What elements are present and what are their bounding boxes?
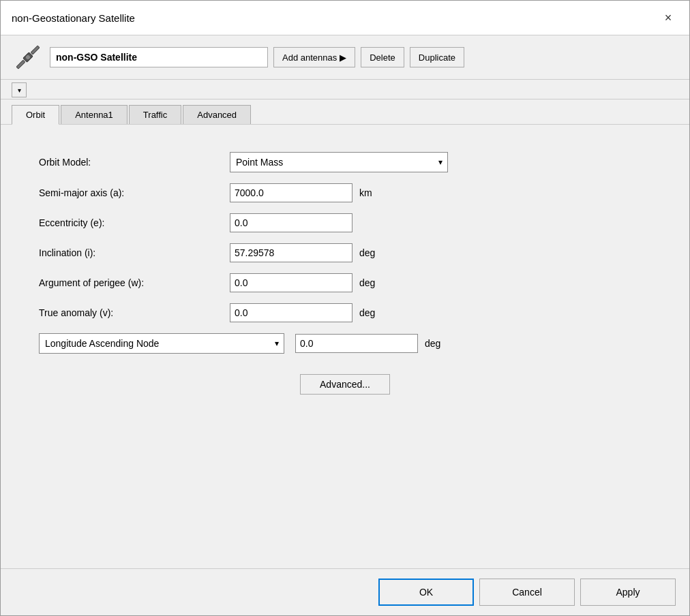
argument-perigee-label: Argument of perigee (w):: [39, 277, 230, 288]
apply-button[interactable]: Apply: [580, 579, 676, 606]
semi-major-axis-input[interactable]: [230, 183, 352, 202]
eccentricity-row: Eccentricity (e):: [39, 213, 651, 232]
longitude-node-unit: deg: [425, 338, 445, 349]
satellite-icon: [12, 41, 44, 74]
tab-orbit[interactable]: Orbit: [12, 105, 59, 125]
toolbar-dropdown-button[interactable]: ▾: [12, 82, 27, 97]
tab-traffic[interactable]: Traffic: [129, 105, 181, 124]
argument-perigee-row: Argument of perigee (w): deg: [39, 273, 651, 292]
inclination-row: Inclination (i): deg: [39, 243, 651, 262]
semi-major-axis-row: Semi-major axis (a): km: [39, 183, 651, 202]
bottom-bar: OK Cancel Apply: [1, 568, 689, 615]
orbit-model-select-wrapper: Point Mass: [230, 152, 448, 172]
title-bar: non-Geostationary Satellite ×: [1, 1, 689, 35]
longitude-node-input[interactable]: [295, 334, 418, 353]
ok-button[interactable]: OK: [378, 579, 474, 606]
longitude-node-select[interactable]: Longitude Ascending Node: [39, 333, 284, 354]
orbit-form: Orbit Model: Point Mass Semi-major axis …: [17, 141, 673, 405]
orbit-model-row: Orbit Model: Point Mass: [39, 152, 651, 172]
argument-perigee-unit: deg: [359, 277, 380, 288]
close-button[interactable]: ×: [658, 7, 678, 28]
svg-rect-2: [31, 46, 40, 55]
semi-major-axis-label: Semi-major axis (a):: [39, 187, 230, 198]
true-anomaly-row: True anomaly (v): deg: [39, 303, 651, 322]
advanced-button[interactable]: Advanced...: [300, 374, 390, 395]
inclination-input[interactable]: [230, 243, 352, 262]
tab-advanced[interactable]: Advanced: [183, 105, 251, 124]
eccentricity-label: Eccentricity (e):: [39, 217, 230, 228]
delete-button[interactable]: Delete: [361, 47, 404, 67]
semi-major-axis-unit: km: [359, 187, 380, 198]
longitude-node-row: Longitude Ascending Node deg: [39, 333, 651, 354]
true-anomaly-input[interactable]: [230, 303, 352, 322]
advanced-btn-row: Advanced...: [39, 374, 651, 395]
satellite-name-input[interactable]: [50, 47, 268, 67]
inclination-unit: deg: [359, 247, 380, 258]
add-antennas-arrow-icon: ▶: [340, 52, 346, 63]
window-title: non-Geostationary Satellite: [12, 12, 135, 24]
longitude-node-select-wrapper: Longitude Ascending Node: [39, 333, 284, 354]
add-antennas-button[interactable]: Add antennas ▶: [273, 47, 355, 67]
cancel-button[interactable]: Cancel: [479, 579, 575, 606]
svg-rect-1: [16, 60, 25, 69]
eccentricity-input[interactable]: [230, 213, 352, 232]
tabs-bar: Orbit Antenna1 Traffic Advanced: [1, 99, 689, 125]
orbit-model-select[interactable]: Point Mass: [230, 152, 448, 172]
tab-antenna1[interactable]: Antenna1: [61, 105, 127, 124]
dropdown-arrow-icon: ▾: [18, 87, 21, 94]
inclination-label: Inclination (i):: [39, 247, 230, 258]
true-anomaly-label: True anomaly (v):: [39, 307, 230, 318]
duplicate-button[interactable]: Duplicate: [410, 47, 464, 67]
main-window: non-Geostationary Satellite × Add antenn…: [0, 0, 690, 616]
toolbar: Add antennas ▶ Delete Duplicate: [1, 35, 689, 80]
true-anomaly-unit: deg: [359, 307, 380, 318]
orbit-model-label: Orbit Model:: [39, 157, 230, 168]
argument-perigee-input[interactable]: [230, 273, 352, 292]
content-area: Orbit Model: Point Mass Semi-major axis …: [1, 125, 689, 568]
